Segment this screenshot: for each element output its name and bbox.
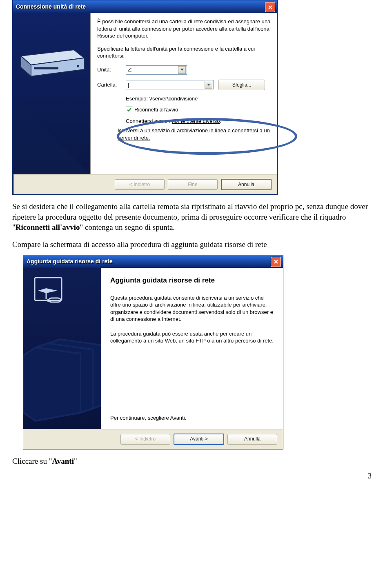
network-drive-dialog: Connessione unità di rete È possibile co… xyxy=(12,0,278,195)
reconnect-checkbox[interactable] xyxy=(126,107,132,113)
chevron-down-icon xyxy=(178,66,186,74)
drive-value: Z: xyxy=(128,66,177,73)
svg-point-4 xyxy=(77,65,79,67)
page-number: 3 xyxy=(0,471,372,481)
dialog-sidebar xyxy=(23,268,101,429)
alt-user-line: Connettersi con un nome utente diverso. xyxy=(126,118,271,125)
drive-select[interactable]: Z: xyxy=(126,65,187,75)
folder-label: Cartella: xyxy=(97,81,126,89)
folder-combo[interactable]: | xyxy=(126,80,214,89)
chevron-down-icon xyxy=(205,81,212,89)
close-icon xyxy=(268,5,273,10)
next-button[interactable]: Avanti > xyxy=(174,434,224,445)
back-button: < Indietro xyxy=(115,179,165,190)
titlebar: Aggiunta guidata risorse di rete xyxy=(23,255,283,268)
back-button: < Indietro xyxy=(120,434,170,445)
check-icon xyxy=(127,108,131,112)
body-paragraph-2: Compare la schermata di accesso alla pro… xyxy=(12,239,380,250)
reconnect-label: Riconnetti all'avvio xyxy=(134,106,178,113)
folders-bg-icon xyxy=(23,331,101,429)
alt-user-link[interactable]: nome utente diverso xyxy=(172,118,220,124)
svg-rect-3 xyxy=(34,67,58,69)
cancel-button[interactable]: Annulla xyxy=(221,179,272,190)
wizard-heading: Aggiunta guidata risorse di rete xyxy=(110,276,274,285)
wizard-text-1: Questa procedura guidata consente di isc… xyxy=(110,294,274,323)
intro-text: È possibile connettersi ad una cartella … xyxy=(97,18,271,40)
body-paragraph-1: Se si desidera che il collegamento alla … xyxy=(12,201,380,233)
titlebar: Connessione unità di rete xyxy=(13,0,277,13)
example-text: Esempio: \\server\condivisione xyxy=(126,95,271,102)
svg-marker-5 xyxy=(180,69,184,71)
body-paragraph-3: Cliccare su "Avanti" xyxy=(12,456,380,467)
add-network-place-dialog: Aggiunta guidata risorse di rete xyxy=(23,255,283,449)
specify-text: Specificare la lettera dell'unità per la… xyxy=(97,45,271,60)
folder-value: | xyxy=(128,81,204,89)
svg-marker-8 xyxy=(38,288,58,293)
svg-marker-6 xyxy=(207,84,210,86)
finish-button: Fine xyxy=(168,179,218,190)
dialog-title: Connessione unità di rete xyxy=(16,3,86,11)
network-folder-icon xyxy=(33,276,65,306)
drive-label: Unità: xyxy=(97,66,126,73)
browse-button[interactable]: Sfoglia... xyxy=(218,80,265,90)
wizard-text-2: La procedura guidata può essere usata an… xyxy=(110,330,274,345)
wizard-continue: Per continuare, scegliere Avanti. xyxy=(110,414,274,422)
network-drive-icon xyxy=(17,36,86,85)
svg-marker-10 xyxy=(45,298,49,303)
dialog-title: Aggiunta guidata risorse di rete xyxy=(27,258,113,265)
close-button[interactable] xyxy=(271,257,281,267)
dialog-sidebar xyxy=(13,13,91,174)
close-icon xyxy=(274,259,278,264)
cancel-button[interactable]: Annulla xyxy=(227,434,277,445)
subscribe-link-area: Iscriversi a un servizio di archiviazion… xyxy=(118,127,271,141)
subscribe-link[interactable]: Iscriversi a un servizio di archiviazion… xyxy=(118,127,270,141)
close-button[interactable] xyxy=(265,2,275,12)
